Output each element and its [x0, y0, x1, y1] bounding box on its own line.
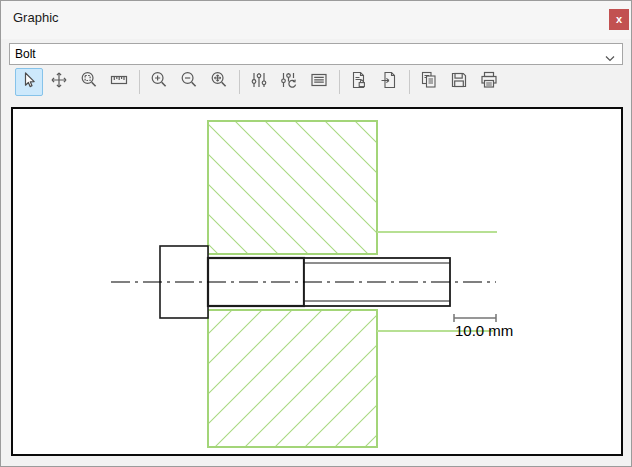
measure-button[interactable] [105, 68, 133, 96]
toolbar-separator [339, 70, 340, 94]
combobox-value: Bolt [15, 47, 36, 61]
legend-list-icon [309, 70, 329, 93]
titlebar: Graphic x [1, 1, 631, 39]
toolbar-separator [409, 70, 410, 94]
save-icon [449, 70, 469, 93]
zoom-out-button[interactable] [175, 68, 203, 96]
scale-bar [454, 314, 496, 322]
select-cursor-icon [19, 70, 39, 93]
protected-export-button[interactable] [345, 68, 373, 96]
toolbar-separator [239, 70, 240, 94]
pan-move-button[interactable] [45, 68, 73, 96]
zoom-fit-button[interactable] [205, 68, 233, 96]
graphic-window: Graphic x Bolt [0, 0, 632, 467]
graphic-select-combobox[interactable]: Bolt [9, 43, 623, 65]
zoom-selection-button[interactable] [75, 68, 103, 96]
print-button[interactable] [475, 68, 503, 96]
zoom-in-button[interactable] [145, 68, 173, 96]
zoom-out-icon [179, 70, 199, 93]
document-lock-icon [349, 70, 369, 93]
scale-label: 10.0 mm [455, 322, 513, 339]
save-button[interactable] [445, 68, 473, 96]
toolbar [15, 67, 505, 96]
legend-button[interactable] [305, 68, 333, 96]
window-title: Graphic [13, 10, 59, 25]
drawing-canvas[interactable]: 10.0 mm [11, 107, 623, 456]
measure-ruler-icon [109, 70, 129, 93]
display-options-button[interactable] [245, 68, 273, 96]
select-tool-button[interactable] [15, 68, 43, 96]
upper-plate [208, 121, 377, 254]
print-icon [479, 70, 499, 93]
refresh-display-button[interactable] [275, 68, 303, 96]
sliders-refresh-icon [279, 70, 299, 93]
chevron-down-icon [605, 51, 615, 65]
toolbar-separator [139, 70, 140, 94]
copy-icon [419, 70, 439, 93]
document-arrow-icon [379, 70, 399, 93]
display-sliders-icon [249, 70, 269, 93]
lower-plate [208, 310, 377, 447]
zoom-selection-icon [79, 70, 99, 93]
copy-button[interactable] [415, 68, 443, 96]
export-button[interactable] [375, 68, 403, 96]
pan-move-icon [49, 70, 69, 93]
zoom-fit-icon [209, 70, 229, 93]
bolt-drawing: 10.0 mm [13, 109, 621, 454]
zoom-in-icon [149, 70, 169, 93]
close-button[interactable]: x [609, 9, 629, 30]
